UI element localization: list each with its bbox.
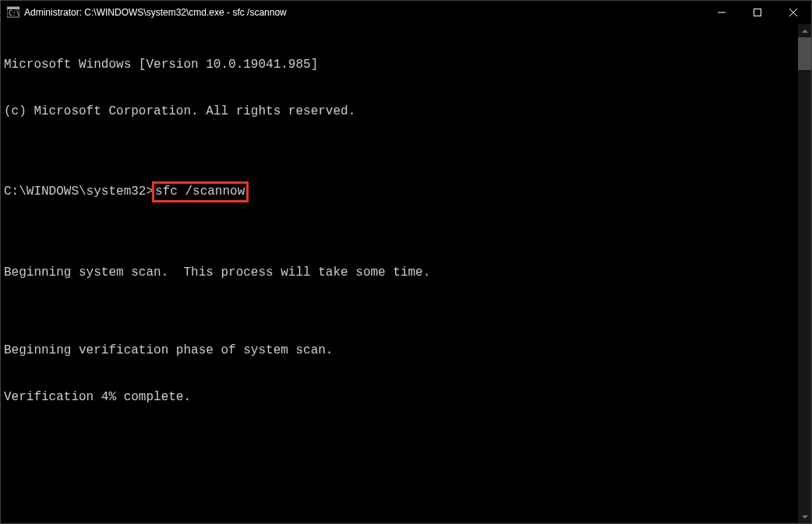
output-line: Microsoft Windows [Version 10.0.19041.98… bbox=[4, 57, 798, 72]
output-line: (c) Microsoft Corporation. All rights re… bbox=[4, 104, 798, 119]
minimize-button[interactable] bbox=[704, 1, 740, 24]
output-line: Beginning system scan. This process will… bbox=[4, 265, 798, 280]
svg-rect-1 bbox=[7, 7, 19, 9]
scroll-thumb[interactable] bbox=[798, 37, 811, 70]
svg-rect-4 bbox=[754, 9, 761, 16]
window-titlebar[interactable]: C:\ Administrator: C:\WINDOWS\system32\c… bbox=[1, 1, 811, 24]
prompt: C:\WINDOWS\system32> bbox=[4, 185, 154, 199]
command-highlight: sfc /scannow bbox=[152, 181, 249, 202]
output-line: Verification 4% complete. bbox=[4, 389, 798, 405]
terminal-wrapper: Microsoft Windows [Version 10.0.19041.98… bbox=[1, 24, 811, 523]
window-title: Administrator: C:\WINDOWS\system32\cmd.e… bbox=[24, 7, 704, 18]
command-text: sfc /scannow bbox=[155, 185, 245, 199]
close-button[interactable] bbox=[775, 1, 811, 24]
svg-text:C:\: C:\ bbox=[9, 10, 19, 17]
scroll-up-arrow-icon[interactable] bbox=[798, 24, 811, 37]
maximize-button[interactable] bbox=[740, 1, 775, 24]
terminal-output[interactable]: Microsoft Windows [Version 10.0.19041.98… bbox=[1, 24, 798, 523]
cmd-icon: C:\ bbox=[7, 6, 19, 19]
output-line: Beginning verification phase of system s… bbox=[4, 343, 798, 358]
svg-marker-8 bbox=[802, 515, 808, 519]
window-controls bbox=[704, 1, 811, 24]
scroll-down-arrow-icon[interactable] bbox=[798, 510, 811, 523]
svg-marker-7 bbox=[802, 30, 808, 33]
vertical-scrollbar[interactable] bbox=[798, 24, 811, 523]
prompt-line: C:\WINDOWS\system32>sfc /scannow bbox=[4, 181, 798, 202]
